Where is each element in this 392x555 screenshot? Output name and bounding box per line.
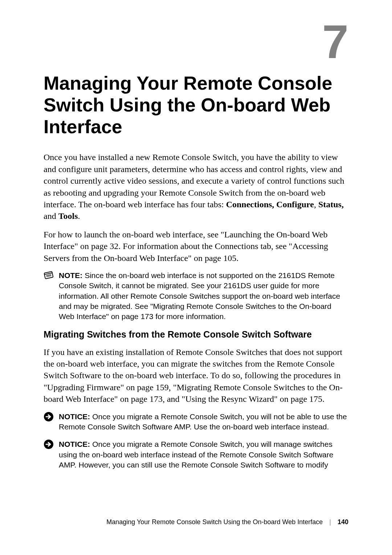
notice-block-1: NOTICE: Once you migrate a Remote Consol…	[44, 412, 348, 432]
notice-label-1: NOTICE:	[59, 412, 90, 421]
footer-separator: |	[329, 518, 331, 526]
notice-block-2: NOTICE: Once you migrate a Remote Consol…	[44, 439, 348, 470]
tab-status: Status,	[318, 200, 344, 209]
notice-label-2: NOTICE:	[59, 440, 90, 448]
notice-body-2: Once you migrate a Remote Console Switch…	[59, 440, 333, 469]
note-icon	[44, 271, 54, 279]
footer-chapter-title: Managing Your Remote Console Switch Usin…	[106, 518, 323, 526]
page-container: 7 Managing Your Remote Console Switch Us…	[0, 0, 392, 555]
intro-sep1: ,	[314, 200, 318, 209]
svg-line-2	[46, 274, 51, 276]
intro-sep2: and	[44, 211, 58, 221]
note-label: NOTE:	[59, 271, 82, 279]
tab-connections-configure: Connections, Configure	[226, 200, 314, 209]
chapter-title: Managing Your Remote Console Switch Usin…	[44, 73, 348, 138]
svg-line-3	[46, 276, 52, 277]
note-block-1: NOTE: Since the on-board web interface i…	[44, 270, 348, 322]
intro-post: .	[78, 211, 80, 221]
tab-tools: Tools	[58, 211, 78, 221]
migrating-paragraph: If you have an existing installation of …	[44, 346, 348, 405]
footer-page-number: 140	[338, 518, 348, 526]
intro-paragraph: Once you have installed a new Remote Con…	[44, 151, 348, 222]
notice-body-1: Once you migrate a Remote Console Switch…	[59, 412, 347, 431]
arrow-right-icon	[44, 439, 54, 449]
notice-text-2: NOTICE: Once you migrate a Remote Consol…	[59, 439, 348, 470]
launch-paragraph: For how to launch the on-board web inter…	[44, 229, 348, 264]
note-text-1: NOTE: Since the on-board web interface i…	[59, 270, 348, 322]
note-body-1: Since the on-board web interface is not …	[59, 271, 340, 321]
section-heading-migrating: Migrating Switches from the Remote Conso…	[44, 329, 348, 340]
page-footer: Managing Your Remote Console Switch Usin…	[44, 518, 348, 526]
notice-text-1: NOTICE: Once you migrate a Remote Consol…	[59, 412, 348, 432]
chapter-number: 7	[322, 18, 348, 65]
arrow-right-icon	[44, 412, 54, 422]
